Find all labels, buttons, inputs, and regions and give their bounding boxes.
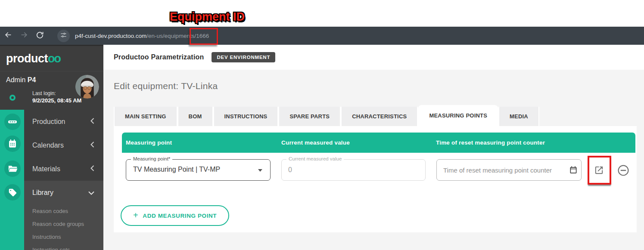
tab-media[interactable]: MEDIA <box>498 107 539 126</box>
sidebar-item-library[interactable]: Library <box>24 181 103 204</box>
equipment-id-annotation: Equipment ID <box>170 10 245 24</box>
open-in-new-icon[interactable] <box>594 165 604 177</box>
tab-characteristics[interactable]: CHARACTERISTICS <box>341 107 418 126</box>
user-block: Admin P4 <box>0 71 103 108</box>
url-path: /en-us/equipments/ <box>146 33 196 39</box>
avatar[interactable] <box>75 75 99 99</box>
add-measuring-point-label: ADD MEASURING POINT <box>143 213 217 219</box>
app-root: Equipment ID p4f-cust-dev.productoo.com/… <box>0 0 644 250</box>
back-arrow-icon <box>4 31 12 41</box>
annotation-band: Equipment ID <box>0 0 644 27</box>
time-of-reset-field <box>436 159 582 181</box>
production-line-icon[interactable] <box>4 114 21 130</box>
page-title: Edit equipment: TV-Linka <box>114 81 218 91</box>
browser-back-button[interactable] <box>0 27 16 45</box>
forward-arrow-icon <box>20 31 28 41</box>
sidebar-item-materials[interactable]: Materials <box>24 157 103 181</box>
calendar-icon[interactable] <box>4 136 21 152</box>
reload-icon <box>36 31 44 41</box>
browser-toolbar: p4f-cust-dev.productoo.com/en-us/equipme… <box>0 27 644 45</box>
time-of-reset-input[interactable] <box>437 160 581 180</box>
library-tag-icon[interactable] <box>4 184 21 201</box>
chevron-left-icon <box>90 165 94 173</box>
sidebar: productoo Admin P4 <box>0 45 103 250</box>
main-area: Productoo Parametrization DEV ENVIRONMEN… <box>103 45 644 250</box>
menu-label: Production <box>32 118 65 126</box>
equipment-id-highlight-box <box>190 28 218 45</box>
chevron-down-icon <box>88 189 94 197</box>
column-current-measured-value: Current measured value <box>281 133 350 153</box>
library-section: Library Reason codes Reason code groups … <box>24 181 103 250</box>
current-measured-value-input <box>282 160 425 180</box>
sidebar-item-instructions[interactable]: Instructions <box>24 230 103 243</box>
tab-measuring-points[interactable]: MEASURING POINTS <box>418 105 498 126</box>
icon-rail <box>0 110 24 250</box>
tab-bom[interactable]: BOM <box>177 107 213 126</box>
plus-icon: + <box>133 211 138 219</box>
site-settings-tune-icon <box>60 32 67 40</box>
column-time-of-reset: Time of reset measuring point counter <box>436 133 545 153</box>
main-header: Productoo Parametrization DEV ENVIRONMEN… <box>103 45 644 70</box>
measuring-point-value: TV Measuring Point | TV-MP <box>133 166 220 173</box>
column-measuring-point: Measuring point <box>126 133 172 153</box>
sidebar-menu: Production Calendars Materials <box>24 110 103 181</box>
measuring-points-card: Measuring point Current measured value T… <box>114 126 637 232</box>
browser-forward-button[interactable] <box>16 27 32 45</box>
url-host: p4f-cust-dev.productoo.com <box>75 33 146 39</box>
env-badge: DEV ENVIRONMENT <box>212 52 275 62</box>
user-name: Admin P4 <box>6 76 36 84</box>
content-area: Edit equipment: TV-Linka MAIN SETTING BO… <box>103 70 644 250</box>
browser-reload-button[interactable] <box>32 27 48 45</box>
current-measured-value-field: Current measured value <box>281 159 426 181</box>
productoo-logo[interactable]: productoo <box>0 46 103 71</box>
menu-label: Library <box>32 189 53 197</box>
logo-oo: oo <box>48 52 60 65</box>
site-settings-button[interactable] <box>57 30 70 42</box>
last-login-value: 9/2/2025, 08:45 AM <box>32 97 81 104</box>
address-bar[interactable]: p4f-cust-dev.productoo.com/en-us/equipme… <box>75 33 209 39</box>
chevron-left-icon <box>90 142 94 149</box>
sidebar-item-calendars[interactable]: Calendars <box>24 133 103 157</box>
sidebar-item-reason-code-groups[interactable]: Reason code groups <box>24 217 103 230</box>
measuring-point-select[interactable]: Measuring point* TV Measuring Point | TV… <box>126 159 271 181</box>
remove-row-icon[interactable] <box>617 164 630 179</box>
add-measuring-point-button[interactable]: + ADD MEASURING POINT <box>121 205 229 226</box>
dropdown-caret-icon <box>258 169 262 172</box>
tab-bar: MAIN SETTING BOM INSTRUCTIONS SPARE PART… <box>114 105 539 126</box>
chevron-left-icon <box>90 118 94 126</box>
materials-folder-icon[interactable] <box>4 160 21 177</box>
app-title: Productoo Parametrization <box>114 53 204 61</box>
tab-spare-parts[interactable]: SPARE PARTS <box>278 107 341 126</box>
measuring-point-label: Measuring point* <box>131 156 172 161</box>
tab-main-setting[interactable]: MAIN SETTING <box>114 107 177 126</box>
sidebar-item-production[interactable]: Production <box>24 110 103 133</box>
sidebar-item-instruction-sets[interactable]: Instruction sets <box>24 243 103 250</box>
online-status-icon <box>9 94 16 103</box>
tab-instructions[interactable]: INSTRUCTIONS <box>213 107 279 126</box>
menu-label: Calendars <box>32 142 64 149</box>
last-login-label: Last login: <box>32 90 56 96</box>
table-header: Measuring point Current measured value T… <box>122 133 635 153</box>
logo-text: product <box>6 52 48 65</box>
menu-label: Materials <box>32 165 60 173</box>
sidebar-item-reason-codes[interactable]: Reason codes <box>24 204 103 217</box>
